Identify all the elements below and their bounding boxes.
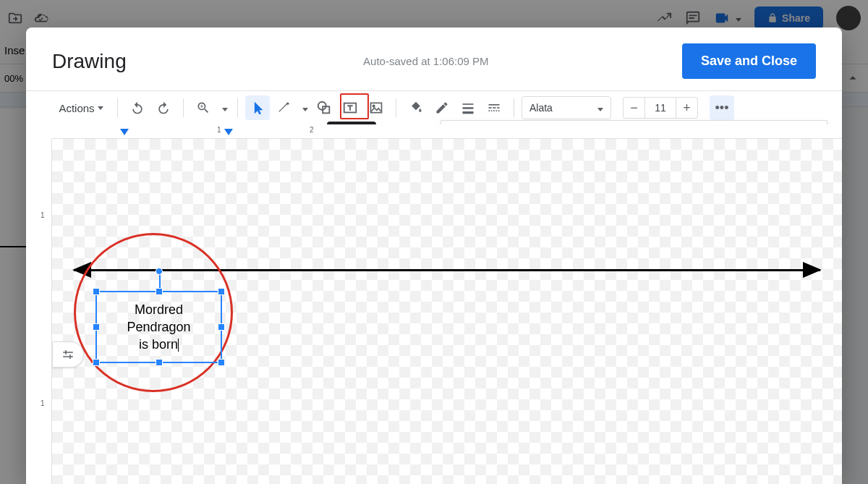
font-size-decrease[interactable]: −: [623, 97, 644, 119]
drawing-ruler-vertical[interactable]: 1 1: [38, 139, 52, 484]
separator: [514, 98, 514, 117]
svg-point-5: [373, 105, 375, 107]
resize-handle-s[interactable]: [156, 359, 163, 366]
line-tool-dropdown[interactable]: [297, 95, 310, 120]
shape-icon: [316, 100, 332, 116]
separator: [396, 98, 396, 117]
chevron-down-icon: [219, 101, 228, 114]
resize-handle-sw[interactable]: [93, 359, 100, 366]
drawing-modal: Drawing Auto-saved at 1:06:09 PM Save an…: [26, 27, 842, 484]
resize-handle-nw[interactable]: [93, 288, 100, 295]
ruler-tick: 2: [310, 126, 314, 134]
border-weight-button[interactable]: [456, 95, 480, 120]
adjust-icon: [61, 348, 75, 361]
chevron-down-icon: [595, 102, 603, 114]
border-dash-icon: [487, 101, 501, 115]
textbox-line-2: Pendragon: [127, 320, 190, 334]
redo-button[interactable]: [151, 95, 176, 120]
line-icon: [276, 101, 291, 115]
drawing-canvas-wrap: 1 1 Mordred Pendragon is born: [26, 139, 842, 484]
textbox-line-3: is born: [139, 337, 178, 352]
undo-icon: [130, 101, 145, 115]
textbox-icon: [342, 100, 358, 116]
font-family-select[interactable]: Alata: [522, 96, 611, 119]
separator: [117, 98, 118, 117]
svg-rect-9: [489, 104, 500, 106]
resize-handle-w[interactable]: [93, 323, 100, 331]
drawing-header: Drawing Auto-saved at 1:06:09 PM Save an…: [26, 27, 842, 91]
font-family-value: Alata: [529, 102, 553, 114]
cursor-icon: [250, 101, 265, 115]
select-tool[interactable]: [245, 95, 270, 120]
resize-handle-ne[interactable]: [218, 288, 225, 295]
svg-point-0: [286, 103, 289, 105]
chevron-down-icon: [299, 101, 308, 114]
svg-rect-11: [493, 107, 495, 109]
image-tool[interactable]: [364, 95, 388, 120]
resize-handle-se[interactable]: [218, 359, 225, 366]
pencil-icon: [435, 101, 449, 115]
svg-rect-12: [497, 107, 499, 109]
text-box-content[interactable]: Mordred Pendragon is born: [127, 301, 190, 354]
svg-rect-14: [491, 110, 493, 111]
explore-side-button[interactable]: [52, 341, 84, 368]
resize-handle-e[interactable]: [218, 323, 225, 331]
border-dash-button[interactable]: [482, 95, 506, 120]
actions-label: Actions: [59, 102, 94, 114]
more-icon: •••: [715, 101, 729, 114]
font-size-value[interactable]: 11: [644, 97, 676, 119]
textbox-line-1: Mordred: [135, 302, 183, 317]
drawing-toolbar: Actions Alata − 11 + •••: [26, 91, 842, 124]
image-icon: [369, 101, 383, 115]
resize-handle-n[interactable]: [156, 288, 163, 295]
line-tool[interactable]: [271, 95, 296, 120]
drawing-ruler-horizontal[interactable]: 1 2: [52, 124, 842, 139]
font-size-control: − 11 +: [623, 97, 698, 119]
zoom-icon: [196, 101, 210, 115]
redo-icon: [156, 101, 171, 115]
svg-rect-8: [463, 111, 474, 114]
paint-bucket-icon: [409, 101, 423, 115]
font-size-increase[interactable]: +: [676, 97, 698, 119]
shape-tool[interactable]: [312, 95, 336, 120]
svg-rect-10: [489, 107, 492, 109]
svg-rect-6: [463, 103, 474, 105]
more-options-button[interactable]: •••: [710, 95, 734, 120]
zoom-dropdown[interactable]: [217, 95, 230, 120]
border-color-button[interactable]: [430, 95, 454, 120]
timeline-arrow-shape[interactable]: [74, 269, 820, 271]
selected-text-box[interactable]: Mordred Pendragon is born: [95, 291, 222, 363]
ruler-tick: 1: [41, 399, 45, 407]
svg-rect-13: [489, 110, 490, 111]
svg-rect-4: [371, 103, 382, 112]
svg-rect-15: [493, 110, 495, 111]
textbox-tool[interactable]: [338, 95, 362, 120]
drawing-title: Drawing: [52, 50, 127, 73]
svg-rect-42: [63, 356, 73, 357]
svg-rect-17: [498, 110, 500, 111]
svg-rect-16: [496, 110, 498, 111]
border-weight-icon: [461, 101, 475, 115]
ruler-tick: 1: [41, 211, 45, 219]
actions-menu[interactable]: Actions: [52, 95, 110, 120]
save-and-close-button[interactable]: Save and Close: [682, 43, 816, 79]
separator: [183, 98, 184, 117]
fill-color-button[interactable]: [404, 95, 428, 120]
zoom-button[interactable]: [191, 95, 216, 120]
ruler-indent-marker[interactable]: [224, 129, 233, 135]
drawing-canvas[interactable]: Mordred Pendragon is born: [52, 139, 842, 484]
separator: [237, 98, 238, 117]
svg-rect-41: [63, 352, 73, 353]
ruler-tick: 1: [217, 126, 221, 134]
ruler-indent-marker[interactable]: [120, 129, 129, 135]
text-cursor: [178, 339, 179, 352]
rotate-handle[interactable]: [156, 268, 163, 275]
autosave-status: Auto-saved at 1:06:09 PM: [320, 55, 488, 67]
undo-button[interactable]: [125, 95, 150, 120]
svg-rect-7: [463, 107, 474, 109]
